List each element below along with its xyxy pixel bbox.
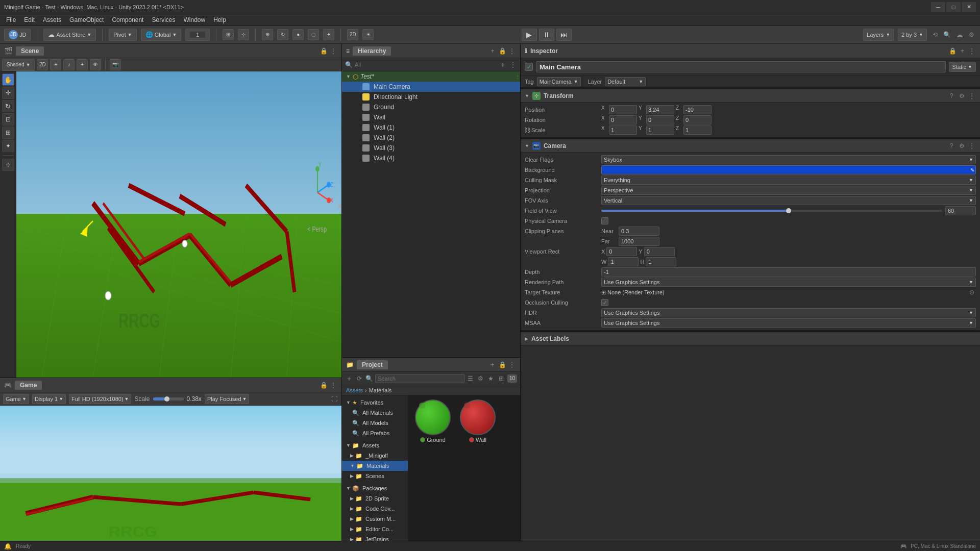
- all-materials-item[interactable]: 🔍 All Materials: [342, 408, 408, 418]
- breadcrumb-assets[interactable]: Assets: [346, 387, 363, 393]
- transform-header[interactable]: ▼ ⊹ Transform ? ⚙ ⋮: [521, 89, 980, 103]
- object-name-input[interactable]: Main Camera: [536, 61, 946, 72]
- camera-header[interactable]: ▼ 📷 Camera ? ⚙ ⋮: [521, 139, 980, 153]
- game-tab[interactable]: Game: [15, 381, 42, 390]
- editorcol-folder[interactable]: ▶ 📁 Editor Co...: [342, 524, 408, 534]
- scale-slider[interactable]: [153, 397, 184, 400]
- game-panel-menu[interactable]: ⋮: [329, 381, 337, 389]
- scene-fx-toggle[interactable]: ✦: [77, 59, 88, 70]
- wall2-item[interactable]: Wall (2): [342, 133, 520, 143]
- inspector-add-button[interactable]: +: [958, 47, 966, 55]
- project-star[interactable]: ★: [487, 374, 495, 383]
- pivot-button[interactable]: Pivot ▼: [109, 29, 136, 41]
- assets-folder[interactable]: ▼ 📁 Assets: [342, 440, 408, 450]
- rendering-path-dropdown[interactable]: Use Graphics Settings ▼: [601, 278, 976, 287]
- scale-x-input[interactable]: [609, 126, 637, 135]
- project-lock-button[interactable]: 🔒: [498, 361, 506, 369]
- lighting-button[interactable]: ☀: [362, 29, 374, 40]
- global-button[interactable]: 🌐 Global ▼: [141, 29, 182, 41]
- menu-assets[interactable]: Assets: [39, 15, 65, 24]
- scene-panel-menu[interactable]: ⋮: [329, 47, 337, 55]
- camera-view-btn[interactable]: 📷: [110, 59, 121, 70]
- scene-root-item[interactable]: ▼ ⬡ Test* ⋮: [342, 71, 520, 82]
- layer-dropdown[interactable]: Default ▼: [605, 77, 646, 86]
- customm-folder[interactable]: ▶ 📁 Custom M...: [342, 514, 408, 524]
- project-add-button[interactable]: +: [488, 361, 497, 369]
- clipping-far-input[interactable]: [619, 237, 659, 246]
- clear-flags-dropdown[interactable]: Skybox ▼: [601, 155, 976, 164]
- packages-folder[interactable]: ▼ 📦 Packages: [342, 483, 408, 493]
- menu-window[interactable]: Window: [179, 15, 209, 24]
- scene-tab[interactable]: Scene: [16, 46, 44, 56]
- all-models-item[interactable]: 🔍 All Models: [342, 418, 408, 428]
- custom-tool[interactable]: ⊹: [238, 29, 249, 40]
- menu-edit[interactable]: Edit: [20, 15, 39, 24]
- asset-store-button[interactable]: ☁ Asset Store ▼: [43, 29, 96, 41]
- rect-scene-tool[interactable]: ⊞: [2, 127, 14, 139]
- rotation-y-input[interactable]: [646, 115, 674, 124]
- all-prefabs-item[interactable]: 🔍 All Prefabs: [342, 428, 408, 438]
- hierarchy-menu-button[interactable]: ⋮: [508, 47, 516, 55]
- project-add-folder[interactable]: +: [345, 374, 353, 383]
- scene-shading-dropdown[interactable]: Shaded ▼: [2, 59, 35, 71]
- minigolf-folder[interactable]: ▶ 📁 _Minigolf: [342, 450, 408, 461]
- transform-scene-tool[interactable]: ✦: [2, 140, 14, 152]
- resolution-select[interactable]: Full HD (980x551) ▼: [69, 394, 131, 404]
- search-toolbar-button[interactable]: 🔍: [943, 31, 951, 39]
- rotation-z-input[interactable]: [683, 115, 712, 124]
- hand-tool[interactable]: ✋: [2, 73, 14, 86]
- breadcrumb-materials[interactable]: Materials: [369, 387, 392, 393]
- game-panel-fullscreen[interactable]: ⛶: [330, 395, 338, 403]
- wall4-item[interactable]: Wall (4): [342, 153, 520, 163]
- scale-scene-tool[interactable]: ⊡: [2, 113, 14, 126]
- wall-material-item[interactable]: Wall: [457, 399, 498, 443]
- game-tab-select[interactable]: Game ▼: [3, 394, 29, 404]
- move-tool[interactable]: ✛: [2, 87, 14, 99]
- hierarchy-lock-button[interactable]: 🔒: [498, 47, 506, 55]
- fx-tool[interactable]: ✦: [323, 29, 334, 40]
- transform-menu[interactable]: ⋮: [968, 92, 976, 100]
- 2d-button[interactable]: 2D: [347, 29, 358, 40]
- hierarchy-more-options[interactable]: ⋮: [509, 61, 517, 69]
- hierarchy-add-button[interactable]: +: [488, 47, 497, 55]
- scenes-folder[interactable]: ▶ 📁 Scenes: [342, 471, 408, 481]
- viewport-x-input[interactable]: [606, 247, 637, 256]
- inspector-lock-button[interactable]: 🔒: [948, 47, 957, 55]
- tag-dropdown[interactable]: MainCamera ▼: [537, 77, 581, 86]
- viewport-w-input[interactable]: [608, 257, 639, 266]
- depth-input[interactable]: [601, 267, 976, 277]
- position-x-input[interactable]: 0: [609, 105, 637, 114]
- culling-mask-dropdown[interactable]: Everything ▼: [601, 176, 976, 185]
- lasso-tool[interactable]: ◌: [308, 29, 319, 40]
- scene-audio-toggle[interactable]: ♪: [63, 59, 75, 70]
- scene-view[interactable]: ✋ ✛ ↻ ⊡ ⊞ ✦ ⊹: [0, 71, 341, 378]
- transform-settings[interactable]: ⚙: [958, 92, 966, 100]
- position-z-input[interactable]: -10: [683, 105, 712, 114]
- pause-button[interactable]: ⏸: [539, 29, 554, 41]
- display-select[interactable]: Display 1 ▼: [32, 394, 66, 404]
- scene-gizmos-toggle[interactable]: 👁: [90, 59, 101, 70]
- project-search-filter[interactable]: ☰: [467, 374, 475, 383]
- wall3-item[interactable]: Wall (3): [342, 143, 520, 153]
- background-color-swatch[interactable]: ✎: [601, 165, 976, 174]
- fov-slider-track[interactable]: [601, 210, 942, 212]
- scale-sphere-tool[interactable]: ●: [292, 29, 304, 40]
- codecov-folder[interactable]: ▶ 📁 Code Cov...: [342, 504, 408, 514]
- clipping-near-input[interactable]: [619, 227, 659, 236]
- scale-y-input[interactable]: [646, 126, 674, 135]
- scene-panel-lock[interactable]: 🔒: [320, 47, 328, 55]
- camera-settings[interactable]: ⚙: [958, 142, 966, 150]
- menu-gameobject[interactable]: GameObject: [65, 15, 108, 24]
- history-button[interactable]: ⟲: [931, 31, 939, 39]
- hdr-dropdown[interactable]: Use Graphics Settings ▼: [601, 308, 976, 317]
- fov-slider-thumb[interactable]: [786, 208, 791, 213]
- scene-2d-toggle[interactable]: 2D: [37, 59, 48, 70]
- rect-transform-tool[interactable]: ⊞: [223, 29, 234, 40]
- step-button[interactable]: ⏭: [556, 29, 572, 41]
- game-view[interactable]: RRCG: [0, 406, 341, 551]
- fov-input[interactable]: [945, 206, 976, 215]
- layout-dropdown[interactable]: 2 by 3 ▼: [898, 29, 927, 41]
- favorites-folder[interactable]: ▼ ★ Favorites: [342, 397, 408, 408]
- hierarchy-search-input[interactable]: [355, 62, 497, 68]
- rotate-tool[interactable]: ↻: [277, 29, 288, 40]
